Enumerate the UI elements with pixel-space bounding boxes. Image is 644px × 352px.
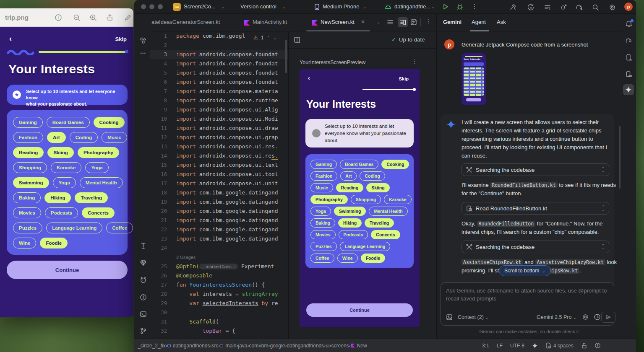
- search-everywhere-icon[interactable]: [590, 2, 601, 13]
- line-number[interactable]: 24: [150, 243, 176, 253]
- vcs-widget[interactable]: Version control: [240, 3, 276, 10]
- gemini-sparkle-toggle[interactable]: [623, 84, 634, 95]
- user-avatar[interactable]: p: [624, 3, 633, 11]
- breadcrumb-item[interactable]: datingandfriends: [287, 343, 324, 349]
- line-number[interactable]: 2: [150, 41, 176, 50]
- indent-widget[interactable]: 4 spaces: [545, 342, 574, 349]
- line-number[interactable]: 4: [150, 59, 176, 68]
- split-view-icon[interactable]: [398, 17, 408, 27]
- run-button[interactable]: [442, 3, 449, 10]
- structure-icon[interactable]: [138, 35, 149, 46]
- markup-pencil-icon[interactable]: [124, 14, 132, 21]
- zoom-out-icon[interactable]: [73, 14, 81, 21]
- tab-mainactivity[interactable]: MainActivity.kt: [253, 19, 287, 25]
- line-number[interactable]: 7: [150, 87, 176, 96]
- line-number[interactable]: 8: [150, 96, 176, 105]
- gradle-sync-icon[interactable]: [574, 2, 585, 13]
- file-encoding[interactable]: UTF-8: [510, 343, 524, 349]
- tool-call-searching-codebase[interactable]: Searching the codebase⌃⌄: [461, 241, 609, 253]
- line-number[interactable]: 28: [150, 290, 176, 299]
- line-number[interactable]: 20: [150, 207, 176, 216]
- line-number[interactable]: 31: [150, 317, 176, 326]
- line-number[interactable]: 1: [150, 31, 176, 41]
- debug-button[interactable]: [456, 3, 463, 10]
- line-number[interactable]: [150, 253, 176, 262]
- breadcrumb-item[interactable]: src: [211, 343, 218, 349]
- line-number[interactable]: 29: [150, 299, 176, 308]
- project-selector[interactable]: Screen2Co...: [184, 3, 216, 10]
- breadcrumb-item[interactable]: _circle_2_fix: [138, 343, 166, 349]
- preview-status[interactable]: Up-to-date: [399, 36, 425, 43]
- code-view-icon[interactable]: [387, 19, 394, 26]
- breadcrumb-item[interactable]: ibm: [260, 343, 268, 349]
- line-number[interactable]: 13: [150, 142, 176, 151]
- run-with-coverage-icon[interactable]: s: [542, 2, 553, 13]
- preview-options-kebab-icon[interactable]: ⋮: [412, 58, 417, 65]
- line-number[interactable]: 10: [150, 114, 176, 124]
- tool-call-read-file[interactable]: Read RoundedFilledButton.kt⌃⌄: [461, 202, 609, 215]
- project-icon[interactable]: SC: [173, 3, 181, 11]
- problems-icon[interactable]: [138, 292, 149, 303]
- line-number[interactable]: 23: [150, 234, 176, 243]
- line-separator[interactable]: LF: [497, 343, 503, 349]
- line-number[interactable]: 30: [150, 308, 176, 317]
- chat-scrollbar[interactable]: [619, 126, 621, 189]
- history-clock-icon[interactable]: [594, 313, 601, 321]
- gemini-settings-gear-icon[interactable]: [582, 313, 589, 321]
- zoom-in-icon[interactable]: [89, 14, 97, 21]
- running-devices-icon[interactable]: [623, 52, 634, 63]
- info-icon[interactable]: i: [55, 14, 62, 21]
- error-circle-icon[interactable]: [594, 342, 601, 349]
- gradle-elephant-icon[interactable]: [623, 35, 634, 46]
- breadcrumb-item[interactable]: screens: [331, 343, 349, 349]
- settings-gear-icon[interactable]: [607, 2, 618, 13]
- breadcrumb-item[interactable]: New: [351, 343, 367, 349]
- next-problem-icon[interactable]: ⌄: [273, 36, 276, 40]
- line-number[interactable]: 12: [150, 133, 176, 142]
- prev-problem-icon[interactable]: ⌃: [266, 36, 270, 40]
- scroll-to-bottom-button[interactable]: Scroll to bottom⌄: [499, 265, 551, 276]
- line-number[interactable]: 17: [150, 179, 176, 188]
- minimize-window-button[interactable]: [149, 4, 154, 9]
- device-selector[interactable]: Medium Phone: [323, 3, 359, 10]
- line-number[interactable]: 21: [150, 216, 176, 225]
- git-branch-icon[interactable]: [138, 325, 149, 336]
- context-selector[interactable]: Context (2) ⌄: [458, 314, 489, 320]
- line-number[interactable]: 22: [150, 225, 176, 234]
- line-number[interactable]: 3: [150, 50, 176, 59]
- line-number[interactable]: 11: [150, 124, 176, 133]
- caret-position[interactable]: 3:1: [482, 343, 489, 349]
- attach-debugger-icon[interactable]: [558, 2, 569, 13]
- gemini-input-box[interactable]: Ask Gemini, use @filename to attach sour…: [441, 282, 614, 326]
- send-button[interactable]: [601, 312, 615, 323]
- breadcrumb-item[interactable]: java: [238, 343, 247, 349]
- attach-image-icon[interactable]: [446, 314, 453, 321]
- design-view-icon[interactable]: [410, 19, 417, 26]
- apply-changes-icon[interactable]: A: [525, 2, 536, 13]
- more-actions-kebab-icon[interactable]: ⋮: [472, 3, 477, 10]
- line-number[interactable]: 9: [150, 105, 176, 114]
- attached-screenshot-thumbnail[interactable]: Your Interests: [461, 53, 486, 105]
- tool-call-searching-codebase[interactable]: Searching the codebase⌃⌄: [461, 163, 609, 176]
- more-tool-windows-icon[interactable]: ⋯: [138, 47, 149, 58]
- close-window-button[interactable]: [141, 4, 146, 9]
- line-number[interactable]: 25: [150, 262, 176, 271]
- tab-ask[interactable]: Ask: [497, 19, 506, 25]
- preview-layout-icon[interactable]: [294, 36, 301, 44]
- tab-newscreen[interactable]: NewScreen.kt: [321, 19, 355, 25]
- line-number[interactable]: 19: [150, 197, 176, 207]
- breadcrumb-item[interactable]: main: [220, 343, 236, 349]
- sparkle-status-icon[interactable]: [532, 343, 538, 349]
- gem-icon[interactable]: [138, 257, 149, 268]
- line-number[interactable]: 18: [150, 188, 176, 197]
- inspection-widget[interactable]: ⚠ 1 ⌃ ⌄: [253, 33, 284, 42]
- line-number[interactable]: 6: [150, 78, 176, 87]
- build-tool-icon[interactable]: [138, 240, 149, 251]
- device-explorer-icon[interactable]: [623, 69, 634, 80]
- terminal-icon[interactable]: [138, 308, 149, 319]
- line-number[interactable]: 27: [150, 280, 176, 290]
- notifications-bell-icon[interactable]: [623, 18, 634, 29]
- breadcrumb-item[interactable]: ui: [326, 343, 329, 349]
- preview-name[interactable]: YourInterestsScreenPreview: [300, 60, 365, 65]
- line-number[interactable]: 5: [150, 68, 176, 78]
